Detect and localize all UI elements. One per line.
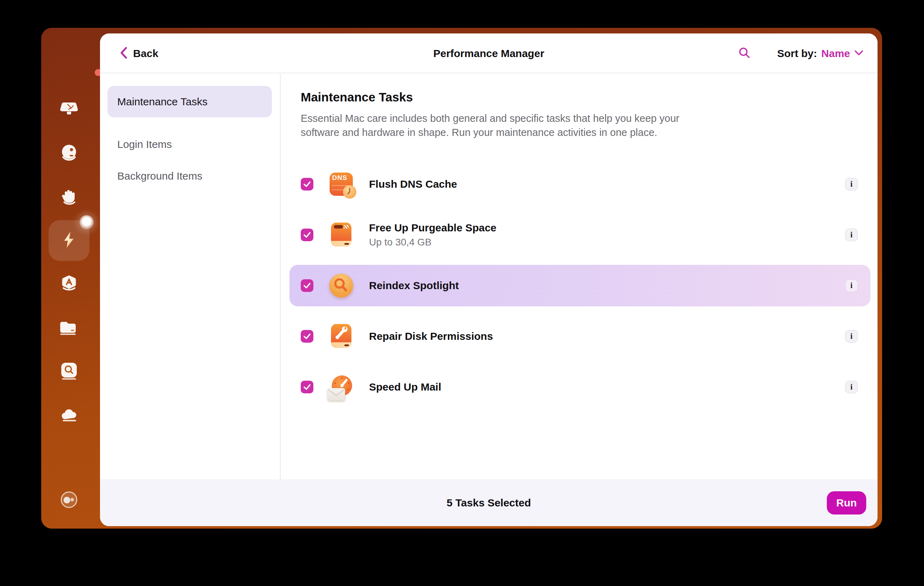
info-button[interactable]: i — [845, 381, 858, 393]
cleanup-monitor-icon — [60, 100, 78, 119]
sidebar-item-assistant[interactable] — [59, 490, 79, 510]
main-panel: Back Performance Manager Sort by: Name — [100, 33, 878, 526]
sidebar-item-applications[interactable] — [59, 275, 79, 294]
sidebar-item-space-lens[interactable] — [59, 362, 79, 382]
orange-drive-icon — [329, 223, 353, 247]
spotlight-magnifier-icon — [329, 273, 353, 298]
task-row-free-up-purgeable-space[interactable]: Free Up Purgeable Space Up to 30,4 GB i — [289, 214, 871, 256]
info-button[interactable]: i — [845, 279, 858, 292]
cloud-icon — [60, 406, 78, 426]
back-label: Back — [133, 48, 158, 59]
checkbox-checked[interactable] — [301, 178, 314, 190]
content-title: Maintenance Tasks — [301, 90, 413, 104]
task-row-reindex-spotlight[interactable]: Reindex Spotlight i — [289, 265, 871, 306]
content-description: Essential Mac care includes both general… — [301, 111, 681, 139]
task-row-repair-disk-permissions[interactable]: Repair Disk Permissions i — [289, 315, 871, 357]
info-button[interactable]: i — [845, 330, 858, 343]
performance-active-badge — [79, 215, 94, 229]
task-label: Speed Up Mail — [369, 381, 441, 393]
task-label: Free Up Purgeable Space — [369, 222, 497, 233]
task-label: Reindex Spotlight — [369, 280, 459, 291]
uninstaller-ball-icon — [60, 144, 78, 164]
drive-wrench-icon — [329, 324, 353, 348]
section-nav: Maintenance Tasks Login Items Background… — [100, 74, 280, 479]
applications-badge-icon — [60, 275, 78, 294]
info-button[interactable]: i — [845, 178, 858, 190]
magnifier-tile-icon — [60, 362, 78, 382]
search-icon[interactable] — [738, 46, 751, 61]
task-label: Repair Disk Permissions — [369, 330, 493, 342]
footer-bar: 5 Tasks Selected Run — [100, 479, 878, 526]
sidebar-item-cleanup[interactable] — [59, 100, 79, 119]
nav-item-login-items[interactable]: Login Items — [107, 129, 272, 160]
sort-dropdown[interactable]: Sort by: Name — [777, 48, 863, 59]
info-button[interactable]: i — [845, 229, 858, 241]
checkbox-checked[interactable] — [301, 229, 314, 241]
chevron-down-icon — [854, 50, 863, 58]
assistant-orb-icon — [60, 490, 78, 510]
checkbox-checked[interactable] — [301, 381, 314, 393]
checkbox-checked[interactable] — [301, 279, 314, 292]
nav-item-background-items[interactable]: Background Items — [107, 160, 272, 191]
chevron-left-icon — [120, 46, 127, 61]
back-button[interactable]: Back — [120, 33, 158, 73]
lightning-bolt-icon — [59, 229, 79, 251]
sidebar-item-performance[interactable] — [49, 220, 89, 261]
dns-clock-icon: DNS — [329, 172, 353, 196]
task-row-flush-dns-cache[interactable]: DNS Flush DNS Cache i — [289, 163, 871, 205]
sort-label: Sort by: — [777, 48, 817, 59]
folder-icon — [60, 319, 78, 338]
gauge-envelope-icon — [329, 375, 353, 399]
hand-icon — [60, 187, 78, 207]
page-title: Performance Manager — [433, 33, 544, 73]
toolbar: Back Performance Manager Sort by: Name — [100, 33, 878, 73]
task-label: Flush DNS Cache — [369, 178, 457, 190]
task-subtitle: Up to 30,4 GB — [369, 237, 845, 248]
checkbox-checked[interactable] — [301, 330, 314, 343]
content-area: Maintenance Tasks Essential Mac care inc… — [281, 74, 878, 479]
screenshot-background: Back Performance Manager Sort by: Name — [0, 0, 924, 586]
task-row-speed-up-mail[interactable]: Speed Up Mail i — [289, 366, 871, 408]
sidebar-item-cloud[interactable] — [59, 406, 79, 426]
sort-value: Name — [821, 48, 850, 59]
sidebar-item-my-clutter[interactable] — [59, 319, 79, 338]
run-button[interactable]: Run — [827, 491, 866, 515]
sidebar-item-protection[interactable] — [59, 187, 79, 207]
sidebar-item-uninstaller[interactable] — [59, 144, 79, 164]
tasks-selected-status: 5 Tasks Selected — [447, 497, 531, 509]
app-window: Back Performance Manager Sort by: Name — [41, 28, 882, 528]
nav-item-maintenance-tasks[interactable]: Maintenance Tasks — [107, 86, 272, 117]
